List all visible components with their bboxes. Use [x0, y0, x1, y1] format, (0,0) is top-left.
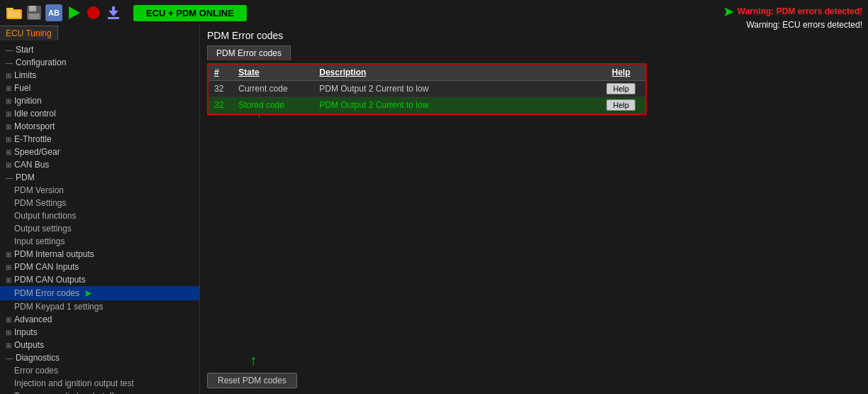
sidebar-item-pdm-settings[interactable]: PDM Settings: [0, 197, 199, 209]
table-row: 32 Stored code PDM Output 2 Current to l…: [208, 97, 645, 114]
sidebar-item-pdm-can-inputs[interactable]: ⊞ PDM CAN Inputs: [0, 261, 199, 273]
plus-icon-out: ⊞: [6, 341, 11, 349]
help-button-2[interactable]: Help: [606, 99, 635, 111]
sidebar-item-label: PDM Error codes: [14, 288, 79, 298]
row2-state: Stored code: [233, 97, 313, 114]
plus-icon-can: ⊞: [6, 161, 11, 169]
bottom-area: Reset PDM codes ↑: [200, 367, 868, 394]
warning-arrow-icon: ➤: [723, 3, 735, 20]
plus-icon-pco: ⊞: [6, 276, 11, 284]
plus-icon-adv: ⊞: [6, 316, 11, 324]
play-icon[interactable]: [65, 4, 82, 21]
sidebar-item-idle[interactable]: ⊞ Idle control: [0, 107, 199, 120]
sidebar-item-label: Output settings: [14, 224, 72, 234]
tab-pdm-error-codes[interactable]: PDM Error codes: [207, 45, 291, 60]
sidebar-item-error-codes[interactable]: Error codes: [0, 364, 199, 377]
sidebar: ECU Tuning — Start — Configuration ⊞ Lim…: [0, 26, 200, 394]
reset-arrow-wrap: Reset PDM codes ↑: [207, 373, 297, 388]
sidebar-item-label: Temporary cylinder shutoff: [14, 391, 114, 394]
folder-icon[interactable]: [6, 4, 23, 21]
sidebar-tab[interactable]: ECU Tuning: [0, 26, 58, 40]
content-area: PDM Error codes PDM Error codes ↑ # Stat…: [200, 26, 868, 394]
sidebar-item-label: Outputs: [14, 340, 44, 350]
sidebar-item-pdm-version[interactable]: PDM Version: [0, 184, 199, 197]
sidebar-item-label: PDM CAN Inputs: [14, 262, 79, 272]
row1-state: Current code: [233, 81, 313, 97]
dash-icon2: —: [6, 59, 13, 67]
sidebar-item-label: Diagnostics: [16, 353, 60, 363]
row2-desc: PDM Output 2 Current to low: [313, 97, 596, 114]
status-badge: ECU + PDM ONLINE: [133, 5, 247, 21]
sidebar-item-label: Motorsport: [14, 121, 55, 131]
warnings-area: ➤ Warning: PDM errors detected! Warning:…: [723, 3, 862, 30]
dash-icon-diag: —: [6, 354, 13, 362]
plus-icon-fuel: ⊞: [6, 84, 11, 92]
sidebar-item-label: Ignition: [14, 96, 42, 106]
sidebar-item-output-functions[interactable]: Output functions: [0, 209, 199, 222]
sidebar-item-output-settings[interactable]: Output settings: [0, 222, 199, 235]
sidebar-item-label: PDM Version: [14, 185, 64, 195]
plus-icon-inp: ⊞: [6, 329, 11, 336]
help-button-1[interactable]: Help: [606, 83, 635, 94]
record-icon[interactable]: [85, 4, 102, 21]
sidebar-item-speedgear[interactable]: ⊞ Speed/Gear: [0, 146, 199, 158]
reset-pdm-codes-button[interactable]: Reset PDM codes: [207, 373, 297, 388]
plus-icon-pi: ⊞: [6, 251, 11, 258]
sidebar-item-pdm-keypad[interactable]: PDM Keypad 1 settings: [0, 300, 199, 313]
svg-rect-9: [112, 6, 115, 12]
sidebar-item-diagnostics[interactable]: — Diagnostics: [0, 351, 199, 364]
sidebar-item-injection-test[interactable]: Injection and ignition output test: [0, 377, 199, 390]
sidebar-item-label: PDM Keypad 1 settings: [14, 302, 103, 312]
sidebar-item-label: Limits: [14, 70, 36, 80]
sidebar-item-label: E-Throttle: [14, 134, 52, 144]
table-row: 32 Current code PDM Output 2 Current to …: [208, 81, 645, 97]
sidebar-item-pdm-internal[interactable]: ⊞ PDM Internal outputs: [0, 248, 199, 261]
plus-icon-sg: ⊞: [6, 148, 11, 156]
sidebar-item-outputs[interactable]: ⊞ Outputs: [0, 339, 199, 351]
sidebar-item-label: PDM Internal outputs: [14, 249, 94, 259]
sidebar-item-fuel[interactable]: ⊞ Fuel: [0, 82, 199, 94]
dash-icon-pdm: —: [6, 174, 13, 182]
sidebar-item-advanced[interactable]: ⊞ Advanced: [0, 313, 199, 326]
svg-rect-2: [8, 11, 21, 18]
sidebar-item-configuration[interactable]: — Configuration: [0, 56, 199, 69]
sidebar-item-label: Fuel: [14, 83, 30, 93]
row1-num: 32: [208, 81, 233, 97]
sidebar-item-ethrottle[interactable]: ⊞ E-Throttle: [0, 133, 199, 146]
col-header-help: Help: [597, 65, 645, 81]
sidebar-item-pdm-can-outputs[interactable]: ⊞ PDM CAN Outputs: [0, 273, 199, 286]
sidebar-item-label: Injection and ignition output test: [14, 378, 134, 388]
col-header-description: Description: [313, 65, 596, 81]
row2-num: 32: [208, 97, 233, 114]
sidebar-item-pdm[interactable]: — PDM: [0, 171, 199, 184]
sidebar-item-label: PDM CAN Outputs: [14, 275, 86, 285]
col-header-num: #: [208, 65, 233, 81]
svg-rect-1: [6, 8, 13, 11]
save-icon[interactable]: [26, 4, 43, 21]
plus-icon-ignition: ⊞: [6, 97, 11, 105]
download-icon[interactable]: [105, 4, 122, 21]
sidebar-item-label: Configuration: [16, 58, 66, 67]
row2-help-cell: Help: [597, 97, 645, 114]
error-table: # State Description Help 32 Current code…: [208, 65, 645, 114]
warning-pdm-text: Warning: PDM errors detected!: [738, 6, 862, 16]
sidebar-item-label: Input settings: [14, 236, 65, 246]
sidebar-item-start[interactable]: — Start: [0, 43, 199, 56]
sidebar-item-label: PDM: [16, 173, 35, 182]
sidebar-item-input-settings[interactable]: Input settings: [0, 235, 199, 248]
sidebar-item-inputs[interactable]: ⊞ Inputs: [0, 326, 199, 339]
sidebar-item-limits[interactable]: ⊞ Limits: [0, 69, 199, 82]
toolbar: AB ECU + PDM ONLINE ➤ Warning: PDM error…: [0, 0, 868, 26]
main-layout: ECU Tuning — Start — Configuration ⊞ Lim…: [0, 26, 868, 394]
sidebar-item-label: Advanced: [14, 314, 52, 324]
tab-bar: PDM Error codes: [200, 45, 868, 60]
sidebar-item-label: Start: [16, 45, 33, 55]
sidebar-item-ignition[interactable]: ⊞ Ignition: [0, 94, 199, 107]
sidebar-item-temp-shutoff[interactable]: Temporary cylinder shutoff: [0, 390, 199, 394]
sidebar-item-motorsport[interactable]: ⊞ Motorsport: [0, 120, 199, 133]
sidebar-item-pdm-error-codes[interactable]: PDM Error codes ➤: [0, 286, 199, 300]
svg-rect-10: [108, 17, 119, 19]
sidebar-item-canbus[interactable]: ⊞ CAN Bus: [0, 158, 199, 171]
plus-icon-eth: ⊞: [6, 136, 11, 143]
ab-icon[interactable]: AB: [45, 4, 62, 21]
